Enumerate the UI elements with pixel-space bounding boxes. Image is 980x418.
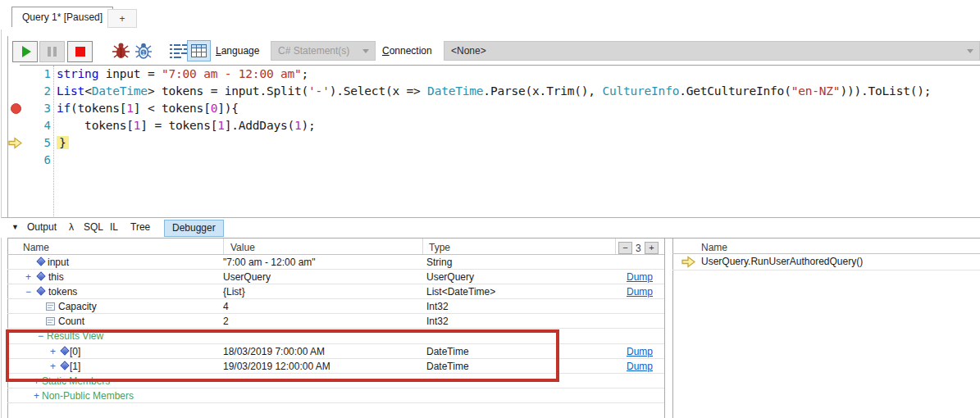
stop-icon: [75, 47, 85, 57]
chevron-down-icon: [967, 49, 973, 53]
expander-icon[interactable]: −: [25, 285, 31, 299]
code-line: }: [57, 134, 980, 152]
column-count-value: 3: [636, 243, 641, 254]
row-name: [1]: [70, 360, 80, 374]
dump-link[interactable]: Dump: [627, 360, 653, 374]
row-type: Int32: [426, 315, 449, 329]
column-header-value: Value: [230, 242, 255, 253]
output-tab-il[interactable]: IL: [110, 221, 118, 233]
table-row[interactable]: +Static Members: [7, 374, 664, 388]
line-number: 1: [25, 66, 51, 83]
table-row[interactable]: Capacity4Int32: [7, 299, 664, 314]
code-token: if: [57, 102, 71, 115]
code-token: List: [57, 84, 84, 98]
expander-icon[interactable]: +: [34, 389, 39, 403]
expander-icon[interactable]: +: [25, 270, 31, 284]
gutter-separator: [53, 66, 54, 218]
collapse-panel-button[interactable]: ▼: [11, 223, 19, 231]
linqpad-window: Query 1* [Paused] +: [0, 0, 980, 418]
header-divider: [422, 239, 423, 254]
output-tab-sql[interactable]: SQL: [84, 221, 103, 233]
pause-button[interactable]: [39, 41, 65, 62]
row-value: 19/03/2019 12:00:00 AM: [223, 360, 330, 374]
output-tab-debugger[interactable]: Debugger: [164, 220, 224, 237]
code-token: 1: [294, 119, 302, 132]
code-line: [57, 152, 980, 169]
callstack-frame-label: UserQuery.RunUserAuthoredQuery(): [701, 256, 863, 267]
decrease-columns-button[interactable]: −: [618, 242, 632, 254]
output-tab-λ[interactable]: λ: [69, 221, 74, 233]
field-diamond-icon: [60, 361, 69, 370]
table-row[interactable]: −tokens{List}List<DateTime>Dump: [7, 284, 664, 299]
table-row[interactable]: Count2Int32: [7, 314, 664, 329]
dump-link[interactable]: Dump: [627, 285, 653, 299]
table-row[interactable]: input"7:00 am - 12:00 am"String: [7, 255, 664, 270]
pause-icon: [48, 47, 57, 57]
run-button[interactable]: [12, 41, 38, 62]
code-token: <: [84, 84, 92, 98]
row-value: 2: [223, 315, 229, 329]
code-token: ).Select(x =>: [330, 84, 427, 98]
locals-right-border: [664, 239, 665, 418]
dump-link[interactable]: Dump: [627, 345, 653, 359]
code-token: ;: [302, 67, 309, 80]
expander-icon[interactable]: −: [38, 329, 43, 343]
breakpoint-icon[interactable]: [11, 103, 21, 114]
output-tab-output[interactable]: Output: [27, 221, 57, 233]
debug-blue-bug-icon[interactable]: 1: [134, 42, 153, 60]
header-divider: [223, 239, 224, 254]
row-name: input: [48, 256, 69, 270]
table-row[interactable]: −Results View: [7, 329, 664, 343]
code-token: }: [57, 136, 69, 149]
code-token: DateTime: [427, 84, 483, 98]
table-row[interactable]: +thisUserQueryUserQueryDump: [7, 270, 664, 284]
row-value: UserQuery: [223, 270, 271, 284]
expander-icon[interactable]: +: [50, 360, 56, 374]
row-name: [0]: [70, 345, 80, 359]
code-area[interactable]: string input = "7:00 am - 12:00 am";List…: [57, 66, 980, 218]
code-token: > tokens = input.Split(: [148, 84, 308, 98]
row-name: Capacity: [58, 300, 97, 314]
gutter-numbers: 123456: [25, 66, 51, 169]
code-line: string input = "7:00 am - 12:00 am";: [57, 66, 980, 83]
row-name: Static Members: [42, 375, 110, 388]
row-type: DateTime: [426, 360, 469, 374]
new-query-tab-button[interactable]: +: [107, 9, 137, 28]
results-text-icon[interactable]: [170, 44, 188, 58]
tab-query-1-label: Query 1* [Paused]: [22, 11, 103, 23]
stop-button[interactable]: [67, 41, 93, 62]
table-row[interactable]: +[0]18/03/2019 7:00:00 AMDateTimeDump: [7, 344, 664, 359]
current-line-arrow-icon: [8, 137, 22, 149]
line-number: 2: [25, 83, 51, 100]
callstack-panel: Name UserQuery.RunUserAuthoredQuery(): [672, 239, 980, 418]
code-token: "7:00 am - 12:00 am": [162, 67, 302, 80]
callstack-row[interactable]: UserQuery.RunUserAuthoredQuery(): [672, 254, 980, 270]
code-token: ]){: [217, 102, 239, 115]
results-grid-button[interactable]: [187, 40, 211, 61]
connection-value: <None>: [451, 45, 486, 57]
code-token: 1: [217, 119, 225, 132]
new-tab-label: +: [119, 13, 125, 25]
row-type: UserQuery: [426, 270, 474, 284]
row-value: 4: [223, 300, 229, 314]
language-select[interactable]: C# Statement(s): [271, 41, 376, 61]
language-value: C# Statement(s): [278, 45, 349, 57]
field-diamond-icon: [36, 257, 45, 266]
increase-columns-button[interactable]: +: [645, 242, 659, 254]
connection-label: Connection: [382, 45, 432, 57]
code-token: .Parse(x.Trim(),: [483, 84, 602, 98]
column-header-type: Type: [429, 242, 450, 253]
table-row[interactable]: +Non-Public Members: [7, 388, 664, 403]
code-token: 0: [211, 102, 218, 115]
table-row[interactable]: +[1]19/03/2019 12:00:00 AMDateTimeDump: [7, 359, 664, 374]
row-name: this: [48, 270, 64, 284]
expander-icon[interactable]: +: [50, 345, 56, 359]
dump-link[interactable]: Dump: [627, 270, 653, 284]
connection-select[interactable]: <None>: [444, 41, 980, 61]
expander-icon[interactable]: +: [34, 375, 39, 388]
row-type: DateTime: [426, 345, 469, 359]
debug-red-bug-icon[interactable]: [111, 42, 131, 60]
tab-query-1[interactable]: Query 1* [Paused]: [11, 7, 113, 27]
row-name: Results View: [47, 329, 103, 343]
output-tab-tree[interactable]: Tree: [130, 221, 150, 233]
